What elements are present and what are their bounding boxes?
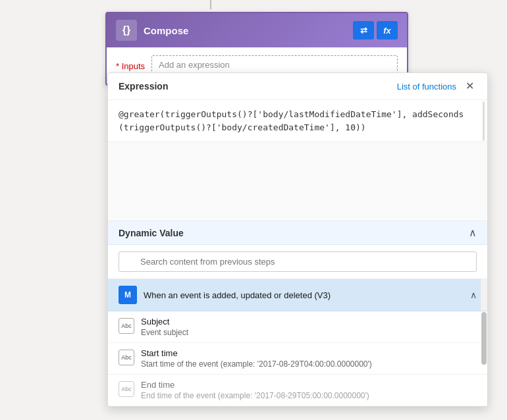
event-chevron-up-icon[interactable]: ∧ [470, 290, 477, 300]
field-desc-subject: Event subject [141, 328, 188, 337]
field-text-end-time: End time End time of the event (example:… [141, 380, 369, 400]
expression-panel-title: Expression [119, 81, 168, 92]
expression-input-placeholder: Add an expression [159, 60, 230, 70]
event-icon-text: M [124, 290, 131, 300]
field-row-end-time[interactable]: Abc End time End time of the event (exam… [108, 375, 487, 406]
field-type-text-end-time: Abc [121, 386, 132, 392]
field-desc-end-time: End time of the event (example: '2017-08… [141, 391, 369, 400]
search-input[interactable] [119, 251, 477, 272]
connector-line [210, 0, 211, 9]
scrollbar-thumb[interactable] [481, 312, 487, 365]
expression-text: @greater(triggerOutputs()?['body/lastMod… [119, 109, 464, 132]
dynamic-value-section: Dynamic Value ∧ [108, 221, 487, 245]
field-row-subject[interactable]: Abc Subject Event subject [108, 311, 487, 343]
expression-panel-header: Expression List of functions ✕ [108, 73, 487, 100]
field-name-start-time: Start time [141, 348, 372, 358]
search-wrapper: 🔍 [119, 251, 477, 272]
field-type-text-start-time: Abc [121, 354, 132, 361]
compose-header-buttons: ⇄ fx [353, 21, 398, 39]
field-type-icon-subject: Abc [119, 318, 134, 334]
field-desc-start-time: Start time of the event (example: '2017-… [141, 359, 372, 369]
search-area: 🔍 [108, 245, 487, 279]
field-name-end-time: End time [141, 380, 369, 390]
field-type-text-subject: Abc [121, 323, 132, 329]
fx-button[interactable]: fx [377, 21, 398, 39]
field-type-icon-start-time: Abc [119, 350, 134, 365]
expression-panel: Expression List of functions ✕ @greater(… [107, 72, 488, 407]
event-label: When an event is added, updated or delet… [144, 290, 464, 300]
event-icon: M [119, 286, 137, 304]
expression-header-right: List of functions ✕ [397, 80, 477, 93]
field-text-start-time: Start time Start time of the event (exam… [141, 348, 372, 369]
field-type-icon-end-time: Abc [119, 381, 134, 397]
expression-scroll-indicator [483, 101, 485, 141]
compose-title: Compose [144, 25, 346, 36]
dynamic-value-title: Dynamic Value [119, 228, 184, 238]
expression-close-button[interactable]: ✕ [463, 80, 477, 93]
field-row-start-time[interactable]: Abc Start time Start time of the event (… [108, 343, 487, 375]
expression-blank-area[interactable] [108, 142, 487, 221]
arrows-button[interactable]: ⇄ [353, 21, 374, 39]
compose-header: {} Compose ⇄ fx [107, 13, 407, 47]
field-name-subject: Subject [141, 317, 188, 327]
dynamic-chevron-up-icon[interactable]: ∧ [469, 226, 477, 239]
inputs-label: * Inputs [116, 61, 145, 71]
compose-icon: {} [116, 20, 137, 41]
panel-scrollbar [481, 279, 487, 311]
expression-text-area[interactable]: @greater(triggerOutputs()?['body/lastMod… [108, 100, 487, 142]
field-text-subject: Subject Event subject [141, 317, 188, 337]
list-of-functions-link[interactable]: List of functions [397, 82, 456, 92]
event-row[interactable]: M When an event is added, updated or del… [108, 279, 487, 311]
